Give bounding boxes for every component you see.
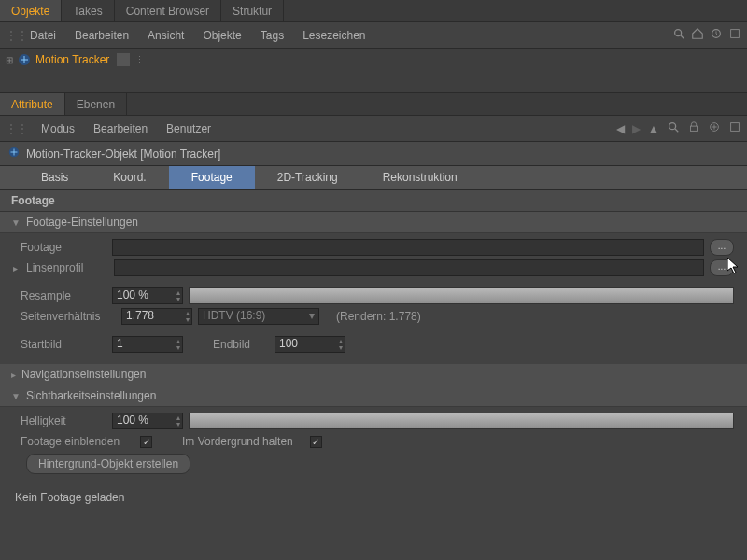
label-endbild: Endbild <box>213 338 269 351</box>
search-icon[interactable] <box>672 27 685 43</box>
group-label: Footage-Einstellungen <box>26 216 138 229</box>
maximize-icon[interactable] <box>728 27 741 43</box>
subtab-2d-tracking[interactable]: 2D-Tracking <box>255 166 360 189</box>
nav-up-icon[interactable]: ▲ <box>648 122 659 135</box>
label-footage-einblenden: Footage einblenden <box>13 435 134 448</box>
home-icon[interactable] <box>691 27 704 43</box>
object-manager-tree: ⊞ Motion Tracker ⋮ <box>0 49 747 93</box>
startbild-field[interactable]: 1▴▾ <box>112 336 183 353</box>
svg-point-0 <box>675 30 682 36</box>
collapse-arrow-icon: ▼ <box>11 391 21 401</box>
footage-browse-button[interactable]: ... <box>710 239 734 256</box>
resample-slider[interactable] <box>189 287 734 304</box>
object-name[interactable]: Motion Tracker <box>35 53 109 66</box>
new-icon[interactable] <box>708 120 721 136</box>
object-manager-menubar: ⋮⋮ Datei Bearbeiten Ansicht Objekte Tags… <box>0 22 747 49</box>
tab-content-browser[interactable]: Content Browser <box>115 0 221 21</box>
maximize-icon[interactable] <box>728 120 741 136</box>
expand-arrow-icon: ▸ <box>11 370 16 380</box>
footage-einblenden-checkbox[interactable]: ✓ <box>140 436 152 448</box>
grip-icon: ⋮⋮ <box>6 122 28 135</box>
render-aspect-text: (Rendern: 1.778) <box>325 310 421 323</box>
attribute-menubar: ⋮⋮ Modus Bearbeiten Benutzer ◀ ▶ ▲ <box>0 116 747 142</box>
tab-takes[interactable]: Takes <box>62 0 114 21</box>
svg-rect-7 <box>691 126 698 131</box>
group-footage-settings[interactable]: ▼ Footage-Einstellungen <box>0 212 747 233</box>
nav-fwd-icon[interactable]: ▶ <box>632 122 641 135</box>
status-text: Kein Footage geladen <box>0 485 747 510</box>
lens-profile-field[interactable] <box>114 259 704 276</box>
attribute-sub-tabs: Basis Koord. Footage 2D-Tracking Rekonst… <box>0 166 747 190</box>
label-helligkeit: Helligkeit <box>13 414 106 427</box>
group-visibility-settings[interactable]: ▼ Sichtbarkeitseinstellungen <box>0 385 747 407</box>
tab-ebenen[interactable]: Ebenen <box>65 93 127 115</box>
resample-field[interactable]: 100 %▴▾ <box>112 287 183 304</box>
aspect-field[interactable]: 1.778▴▾ <box>121 308 192 325</box>
aspect-preset-dropdown[interactable]: HDTV (16:9) <box>198 308 319 325</box>
collapse-arrow-icon: ▼ <box>11 217 21 228</box>
label-startbild: Startbild <box>13 338 106 351</box>
menu-datei[interactable]: Datei <box>21 25 65 46</box>
svg-line-6 <box>675 129 679 133</box>
menu-benutzer[interactable]: Benutzer <box>157 119 220 139</box>
svg-rect-9 <box>731 123 740 132</box>
expand-arrow-icon[interactable]: ▸ <box>13 263 21 273</box>
footage-path-field[interactable] <box>112 239 704 256</box>
section-title-footage: Footage <box>0 190 747 212</box>
object-type-title: Motion-Tracker-Objekt [Motion Tracker] <box>26 147 220 161</box>
group-label: Navigationseinstellungen <box>21 368 146 381</box>
svg-point-5 <box>669 123 676 130</box>
subtab-basis[interactable]: Basis <box>19 166 91 189</box>
label-vordergrund: Im Vordergrund halten <box>182 435 293 448</box>
brightness-field[interactable]: 100 %▴▾ <box>112 413 183 429</box>
nav-back-icon[interactable]: ◀ <box>616 122 625 135</box>
panel-tabs-top: Objekte Takes Content Browser Struktur <box>0 0 747 22</box>
label-linsenprofil: Linsenprofil <box>26 261 108 274</box>
svg-line-1 <box>681 35 684 39</box>
menu-lesezeichen[interactable]: Lesezeichen <box>293 25 374 46</box>
label-seitenverhaeltnis: Seitenverhältnis <box>13 310 116 323</box>
svg-rect-3 <box>731 30 740 38</box>
motion-tracker-icon <box>7 146 21 161</box>
create-background-object-button[interactable]: Hintergrund-Objekt erstellen <box>26 454 190 474</box>
group-label: Sichtbarkeitseinstellungen <box>26 389 156 402</box>
tab-attribute[interactable]: Attribute <box>0 93 65 115</box>
subtab-koord[interactable]: Koord. <box>91 166 168 189</box>
label-resample: Resample <box>13 289 106 302</box>
lens-browse-button[interactable]: ... <box>710 259 734 276</box>
history-icon[interactable] <box>710 27 723 43</box>
object-type-header: Motion-Tracker-Objekt [Motion Tracker] <box>0 142 747 166</box>
endbild-field[interactable]: 100▴▾ <box>275 336 345 353</box>
subtab-rekonstruktion[interactable]: Rekonstruktion <box>360 166 480 189</box>
menu-ansicht[interactable]: Ansicht <box>138 25 193 46</box>
grip-icon: ⋮⋮ <box>6 29 17 42</box>
vordergrund-checkbox[interactable]: ✓ <box>310 436 322 448</box>
menu-objekte[interactable]: Objekte <box>193 25 250 46</box>
tab-objekte[interactable]: Objekte <box>0 0 62 21</box>
lock-icon[interactable] <box>687 120 700 136</box>
menu-tags[interactable]: Tags <box>251 25 293 46</box>
motion-tracker-icon <box>17 52 32 67</box>
visibility-tag[interactable] <box>117 53 130 66</box>
subtab-footage[interactable]: Footage <box>169 166 255 189</box>
tab-struktur[interactable]: Struktur <box>221 0 284 21</box>
brightness-slider[interactable] <box>189 413 734 429</box>
expand-icon[interactable]: ⊞ <box>6 55 13 65</box>
group-navigation-settings[interactable]: ▸ Navigationseinstellungen <box>0 364 747 385</box>
attribute-panel-tabs: Attribute Ebenen <box>0 93 747 116</box>
label-footage: Footage <box>13 241 106 254</box>
menu-modus[interactable]: Modus <box>32 119 84 139</box>
object-row-motion-tracker[interactable]: ⊞ Motion Tracker ⋮ <box>6 52 741 67</box>
menu-bearbeiten[interactable]: Bearbeiten <box>65 25 138 46</box>
menu-bearbeiten-attr[interactable]: Bearbeiten <box>84 119 157 139</box>
layer-dot-icon[interactable]: ⋮ <box>135 55 144 64</box>
search-icon[interactable] <box>667 120 680 136</box>
